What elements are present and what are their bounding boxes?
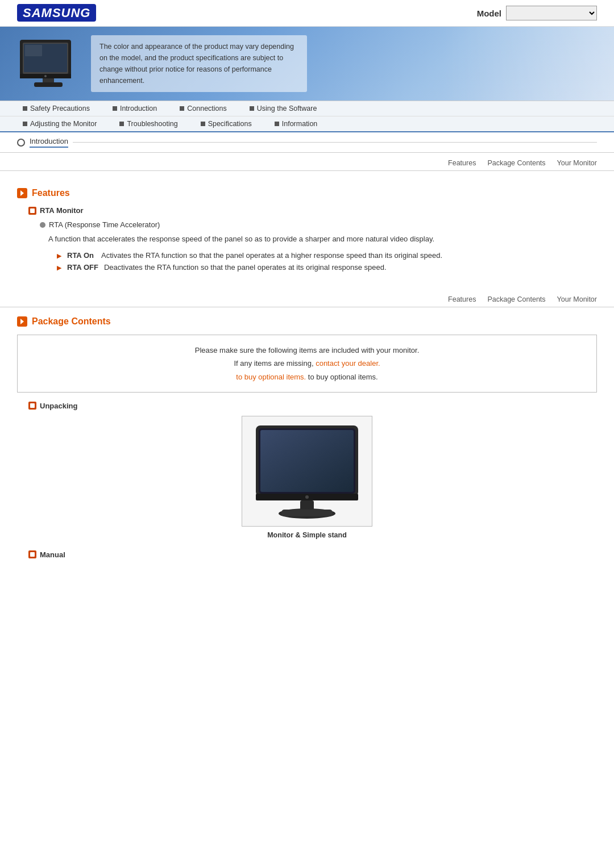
sub-tab-your-monitor-2[interactable]: Your Monitor [557,295,597,303]
breadcrumb-line [73,142,597,143]
sub-tabs-features: Features Package Contents Your Monitor [0,156,614,171]
rta-monitor-icon [28,207,36,215]
banner-wave-decoration [443,27,614,101]
monitor-image-container: Monitor & Simple stand [17,416,597,539]
features-icon [17,188,27,198]
arrow-right-icon-2: ▶ [57,264,61,272]
nav-item-adjusting-monitor[interactable]: Adjusting the Monitor [11,116,108,131]
nav-item-label: Using the Software [257,105,317,112]
rta-arrow-list: ▶ RTA On Activates the RTA function so t… [57,251,597,272]
model-label: Model [477,9,501,18]
svg-marker-8 [20,190,24,196]
nav-bullet-icon [275,122,279,126]
package-section-heading: Package Contents [17,316,597,327]
package-title: Package Contents [32,316,111,327]
svg-rect-19 [281,510,333,516]
nav-item-label: Introduction [120,105,157,112]
svg-point-16 [305,495,309,499]
svg-rect-9 [30,208,35,213]
rta-on-item: ▶ RTA On Activates the RTA function so t… [57,251,597,260]
svg-rect-3 [25,45,42,56]
svg-point-7 [44,75,47,77]
nav-row-1: Safety Precautions Introduction Connecti… [0,101,614,116]
features-section-heading: Features [17,188,597,198]
rta-off-item: ▶ RTA OFF Deactivates the RTA function s… [57,263,597,272]
nav-item-label: Specifications [208,120,252,128]
sub-tab-package-contents-2[interactable]: Package Contents [487,295,545,303]
nav-item-label: Information [282,120,318,128]
nav-bullet-icon [180,106,184,111]
monitor-product-image [242,416,372,527]
nav-item-specifications[interactable]: Specifications [189,116,263,131]
svg-marker-10 [20,319,24,324]
rta-off-term: RTA OFF [67,263,98,272]
package-notice-line1: Please make sure the following items are… [195,346,420,354]
nav-item-label: Connections [187,105,227,112]
model-dropdown[interactable]: SyncMaster 2033 SyncMaster 2233 [506,6,597,20]
nav-item-connections[interactable]: Connections [168,101,238,116]
arrow-right-icon: ▶ [57,252,61,260]
rta-item-label: RTA (Response Time Accelerator) [49,220,160,229]
samsung-logo: SAMSUNG [17,6,96,20]
nav-bullet-icon [113,106,117,111]
nav-item-information[interactable]: Information [263,116,329,131]
sub-tab-your-monitor[interactable]: Your Monitor [557,159,597,167]
manual-icon [28,550,36,558]
svg-rect-14 [260,430,354,492]
sub-tab-features[interactable]: Features [448,159,476,167]
banner-disclaimer: The color and appearance of the product … [91,35,307,92]
sub-tab-features-2[interactable]: Features [448,295,476,303]
package-notice-box: Please make sure the following items are… [17,335,597,393]
model-selector: Model SyncMaster 2033 SyncMaster 2233 [477,6,597,20]
manual-heading: Manual [28,550,597,559]
nav-bullet-icon [23,106,27,111]
unpacking-label: Unpacking [40,402,77,410]
navigation-bar: Safety Precautions Introduction Connecti… [0,101,614,132]
nav-item-label: Safety Precautions [30,105,90,112]
nav-item-label: Troubleshooting [127,120,177,128]
nav-bullet-icon [119,122,124,126]
package-contact-dealer-link[interactable]: contact your dealer. [316,359,380,368]
nav-item-safety-precautions[interactable]: Safety Precautions [11,101,101,116]
nav-item-introduction[interactable]: Introduction [101,101,168,116]
rta-off-desc: Deactivates the RTA function so that the… [104,263,597,272]
sub-tab-package-contents[interactable]: Package Contents [487,159,545,167]
package-notice-line2: If any items are missing, [234,359,313,368]
rta-monitor-label: RTA Monitor [40,206,84,215]
rta-on-term: RTA On [67,251,96,260]
nav-item-label: Adjusting the Monitor [30,120,97,128]
nav-bullet-icon [23,122,27,126]
features-title: Features [32,188,70,198]
rta-description: A function that accelerates the response… [48,233,446,245]
unpacking-icon [28,402,36,410]
package-local-dealer-link[interactable]: to buy optional items. [236,373,306,381]
main-content: Features RTA Monitor RTA (Response Time … [0,177,614,576]
svg-rect-20 [30,552,35,557]
nav-item-troubleshooting[interactable]: Troubleshooting [108,116,189,131]
breadcrumb-label: Introduction [30,137,68,148]
banner-monitor-image [17,37,80,91]
rta-item-row: RTA (Response Time Accelerator) [40,220,597,229]
breadcrumb: Introduction [0,132,614,153]
nav-item-using-software[interactable]: Using the Software [238,101,329,116]
nav-row-2: Adjusting the Monitor Troubleshooting Sp… [0,116,614,131]
package-icon [17,316,27,327]
rta-monitor-heading: RTA Monitor [28,206,597,215]
sub-tabs-package: Features Package Contents Your Monitor [0,292,614,307]
unpacking-heading: Unpacking [28,402,597,410]
banner: The color and appearance of the product … [0,27,614,101]
manual-label: Manual [40,550,65,559]
nav-bullet-icon [201,122,205,126]
breadcrumb-circle-icon [17,139,25,147]
svg-rect-11 [30,403,35,408]
rta-bullet-icon [40,222,45,228]
page-header: SAMSUNG Model SyncMaster 2033 SyncMaster… [0,0,614,27]
svg-rect-5 [34,82,63,87]
rta-on-desc: Activates the RTA function so that the p… [101,251,597,260]
package-buy-optional: to buy optional items. [308,373,378,381]
monitor-caption: Monitor & Simple stand [267,531,347,539]
nav-bullet-icon [250,106,254,111]
